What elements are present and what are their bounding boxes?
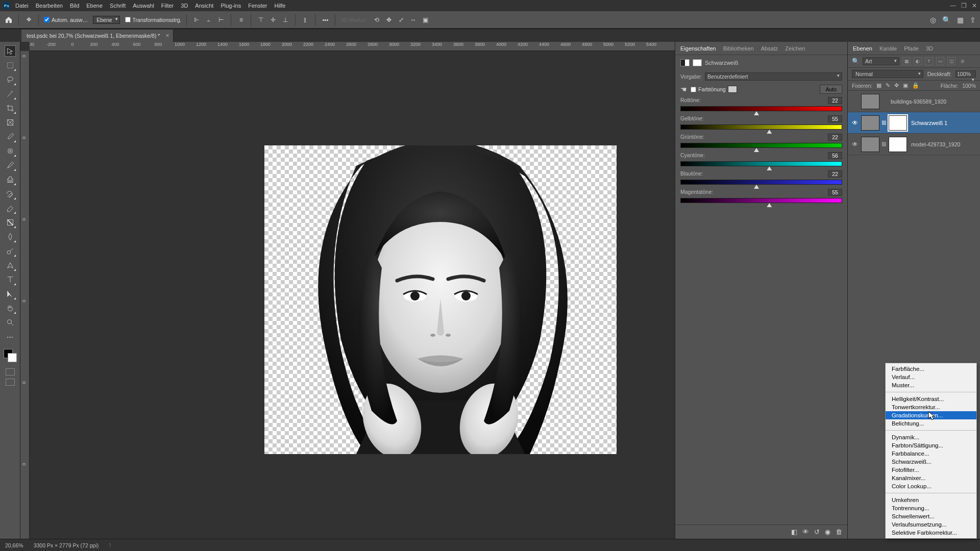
properties-tab[interactable]: Bibliotheken (723, 45, 754, 52)
slider-value-input[interactable]: 22 (828, 134, 842, 141)
brush-tool[interactable] (5, 160, 15, 170)
context-menu-item[interactable]: Color Lookup... (886, 482, 976, 490)
crop-tool[interactable] (5, 103, 15, 113)
home-icon[interactable] (4, 15, 13, 24)
align-bottom-icon[interactable]: ⊥ (281, 16, 290, 23)
align-vcenter-icon[interactable]: ✛ (268, 16, 278, 23)
layer-row[interactable]: 👁 ⛓ model-429733_1920 (848, 134, 980, 155)
delete-adjustment-icon[interactable]: 🗑 (836, 528, 842, 536)
slider-value-input[interactable]: 22 (828, 97, 842, 104)
lock-position-icon[interactable]: ✥ (894, 82, 899, 89)
layers-tab[interactable]: Ebenen (853, 45, 872, 52)
healing-tool[interactable] (5, 146, 15, 156)
hand-tool[interactable] (5, 303, 15, 313)
view-previous-icon[interactable]: 👁 (802, 528, 809, 536)
align-hcenter-icon[interactable]: ⫠ (204, 16, 213, 23)
layer-name[interactable]: Schwarzweiß 1 (911, 120, 947, 126)
context-menu-item[interactable]: Tonwertkorrektur... (886, 403, 976, 411)
properties-tab[interactable]: Absatz (761, 45, 778, 52)
frame-tool[interactable] (5, 117, 15, 128)
context-menu-item[interactable]: Belichtung... (886, 419, 976, 428)
menu-item-filter[interactable]: Filter (161, 3, 174, 9)
slider-value-input[interactable]: 55 (828, 115, 842, 122)
properties-tab[interactable]: Zeichen (785, 45, 805, 52)
slider-thumb[interactable] (754, 148, 759, 152)
slider-thumb[interactable] (754, 185, 759, 189)
reset-icon[interactable]: ↺ (814, 528, 820, 536)
context-menu-item[interactable]: Dynamik... (886, 433, 976, 441)
menu-item-plug-ins[interactable]: Plug-ins (220, 3, 241, 9)
lock-all-icon[interactable]: 🔒 (912, 82, 919, 89)
slider-thumb[interactable] (754, 111, 759, 115)
quickmask-icon[interactable] (6, 368, 15, 375)
layers-tab[interactable]: Pfade (904, 45, 919, 52)
lasso-tool[interactable] (5, 74, 15, 85)
slider-thumb[interactable] (767, 130, 772, 134)
menu-item-auswahl[interactable]: Auswahl (133, 3, 154, 9)
slider-track[interactable] (680, 198, 842, 203)
context-menu-item[interactable]: Farbbalance... (886, 449, 976, 458)
auto-select-target-dropdown[interactable]: Ebene (93, 16, 119, 24)
context-menu-item[interactable]: Muster... (886, 381, 976, 389)
context-menu-item[interactable]: Farbfläche... (886, 365, 976, 373)
fill-input[interactable]: 100% (962, 83, 976, 89)
toggle-visibility-icon[interactable]: ◉ (825, 528, 830, 536)
cloud-docs-icon[interactable]: ◎ (930, 16, 936, 24)
context-menu-item[interactable]: Schwellenwert... (886, 512, 976, 520)
tint-color-swatch[interactable] (728, 86, 737, 93)
blend-mode-dropdown[interactable]: Normal (852, 70, 923, 78)
menu-item-3d[interactable]: 3D (181, 3, 188, 9)
filter-pixel-icon[interactable]: ▦ (902, 57, 911, 65)
layer-name[interactable]: buildings-936589_1920 (891, 98, 946, 105)
menu-item-bearbeiten[interactable]: Bearbeiten (36, 3, 63, 9)
close-tab-icon[interactable]: × (165, 32, 169, 39)
filter-type-icon[interactable]: T (925, 57, 933, 65)
align-left-icon[interactable]: ⊩ (192, 16, 201, 23)
layer-thumbnail[interactable] (861, 115, 879, 131)
context-menu-item[interactable]: Helligkeit/Kontrast... (886, 395, 976, 403)
filter-toggle-icon[interactable]: ⊘ (959, 57, 967, 65)
mask-thumbnail[interactable] (889, 115, 907, 131)
lock-transparency-icon[interactable]: ▦ (876, 82, 881, 89)
visibility-toggle-icon[interactable]: 👁 (851, 119, 859, 127)
context-menu-item[interactable]: Schwarzweiß... (886, 458, 976, 466)
maximize-button[interactable]: ❐ (961, 2, 967, 9)
canvas-viewport[interactable] (30, 51, 675, 539)
zoom-tool[interactable] (5, 317, 15, 328)
link-icon[interactable]: ⛓ (881, 120, 887, 126)
search-icon[interactable]: 🔍 (942, 16, 951, 24)
auto-button[interactable]: Auto (820, 85, 842, 94)
context-menu-item[interactable]: Verlaufsumsetzung... (886, 520, 976, 529)
move-tool-icon[interactable]: ✥ (24, 15, 33, 24)
pen-tool[interactable] (5, 260, 15, 270)
filter-kind-dropdown[interactable]: Art (863, 57, 899, 65)
context-menu-item[interactable]: Kanalmixer... (886, 474, 976, 482)
auto-select-checkbox[interactable]: Autom. ausw… (44, 17, 88, 23)
scrubby-icon[interactable]: ☚ (680, 85, 691, 93)
move-tool[interactable] (5, 46, 15, 56)
type-tool[interactable] (5, 274, 15, 285)
edit-toolbar-icon[interactable]: ⋯ (5, 332, 15, 342)
menu-item-fenster[interactable]: Fenster (248, 3, 267, 9)
layers-tab[interactable]: Kanäle (879, 45, 897, 52)
share-icon[interactable]: ⇪ (970, 16, 976, 24)
mask-thumbnail[interactable] (889, 137, 907, 152)
filter-shape-icon[interactable]: ▭ (936, 57, 944, 65)
document-info[interactable]: 3300 Px × 2779 Px (72 ppi) (34, 542, 99, 548)
minimize-button[interactable]: — (950, 2, 956, 9)
slider-track[interactable] (680, 161, 842, 166)
more-options-icon[interactable]: ••• (321, 15, 330, 24)
menu-item-hilfe[interactable]: Hilfe (274, 3, 285, 9)
slider-track[interactable] (680, 106, 842, 111)
slider-thumb[interactable] (767, 166, 772, 170)
layer-thumbnail[interactable] (861, 137, 879, 152)
layer-thumbnail[interactable] (861, 94, 879, 109)
lock-paint-icon[interactable]: ✎ (886, 82, 890, 89)
filter-adjust-icon[interactable]: ◐ (914, 57, 922, 65)
transform-controls-checkbox[interactable]: Transformationsstrg. (125, 17, 182, 23)
filter-smart-icon[interactable]: ◫ (947, 57, 955, 65)
context-menu-item[interactable]: Umkehren (886, 496, 976, 504)
color-swatches[interactable] (4, 349, 17, 362)
properties-tab[interactable]: Eigenschaften (680, 45, 716, 52)
eraser-tool[interactable] (5, 203, 15, 213)
